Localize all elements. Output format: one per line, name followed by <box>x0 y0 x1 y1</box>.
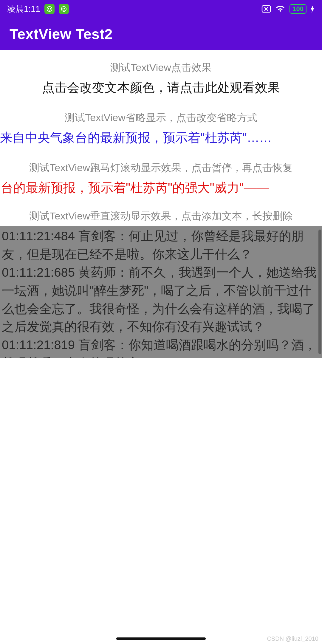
wifi-icon <box>275 5 285 13</box>
vertical-scroll-textview[interactable]: 01:11:21:484 盲剑客：何止见过，你曾经是我最好的朋友，但是现在已经不… <box>0 226 322 358</box>
section4-label: 测试TextView垂直滚动显示效果，点击添加文本，长按删除 <box>0 208 322 226</box>
ellipsis-textview[interactable]: 来自中央气象台的最新预报，预示着"杜苏芮"…… <box>0 127 322 158</box>
svg-point-3 <box>61 7 66 12</box>
close-box-icon <box>261 5 271 13</box>
app-bar: TextView Test2 <box>0 18 322 50</box>
status-time: 凌晨1:11 <box>7 3 40 15</box>
svg-point-0 <box>47 7 52 12</box>
marquee-container[interactable]: 象台的最新预报，预示着"杜苏芮"的强大"威力"—— <box>0 177 322 208</box>
status-left: 凌晨1:11 <box>7 3 69 15</box>
status-bar: 凌晨1:11 100 <box>0 0 322 18</box>
battery-indicator: 100 <box>290 4 306 14</box>
section2-label: 测试TextView省略显示，点击改变省略方式 <box>0 108 322 127</box>
app-notification-icon-2 <box>59 4 69 14</box>
svg-point-4 <box>62 8 63 9</box>
marquee-textview: 象台的最新预报，预示着"杜苏芮"的强大"威力"—— <box>0 179 310 196</box>
status-right: 100 <box>261 4 315 14</box>
scrollbar-thumb[interactable] <box>318 230 321 354</box>
charging-icon <box>311 5 315 13</box>
app-notification-icon-1 <box>44 4 55 14</box>
svg-point-1 <box>48 8 49 9</box>
svg-point-5 <box>64 8 65 9</box>
watermark-text: CSDN @liuzl_2010 <box>267 635 318 642</box>
section3-label: 测试TextView跑马灯滚动显示效果，点击暂停，再点击恢复 <box>0 158 322 177</box>
svg-point-2 <box>50 8 51 9</box>
click-color-textview[interactable]: 点击会改变文本颜色，请点击此处观看效果 <box>0 77 322 108</box>
battery-level: 100 <box>292 5 304 13</box>
content-area: 测试TextView点击效果 点击会改变文本颜色，请点击此处观看效果 测试Tex… <box>0 50 322 358</box>
section1-label: 测试TextView点击效果 <box>0 58 322 77</box>
scroll-log-text: 01:11:21:484 盲剑客：何止见过，你曾经是我最好的朋友，但是现在已经不… <box>2 227 320 358</box>
home-indicator[interactable] <box>116 637 206 640</box>
app-title: TextView Test2 <box>10 26 113 42</box>
